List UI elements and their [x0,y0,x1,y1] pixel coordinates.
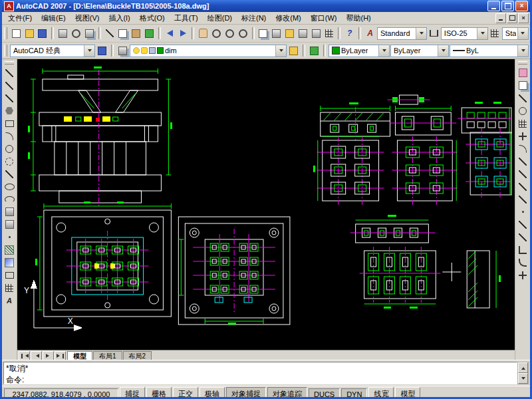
tool-palettes-button[interactable] [283,27,296,40]
layer-previous-button[interactable] [287,45,300,57]
menu-item-format[interactable]: 格式(O) [135,13,170,24]
table-button[interactable] [3,281,16,294]
markup-set-manager-button[interactable] [310,27,323,40]
menu-item-dimension[interactable]: 标注(N) [237,13,271,24]
make-layer-current-button[interactable] [308,45,321,57]
plot-button[interactable] [57,27,69,40]
toolbar-grip[interactable] [4,45,7,57]
lineweight-toggle[interactable]: 线宽 [368,387,394,399]
table-style-combo[interactable]: Standard [502,27,529,40]
properties-button[interactable] [257,27,270,40]
snap-toggle[interactable]: 捕捉 [120,387,145,399]
tab-model[interactable]: 模型 [67,351,92,360]
combo-dropdown-arrow[interactable] [416,28,426,39]
bulb-on-icon[interactable] [133,47,140,54]
tab-last-button[interactable] [55,351,66,360]
table-style-button[interactable] [489,27,501,40]
ducs-toggle[interactable]: DUCS [309,388,340,399]
pan-button[interactable] [197,27,209,40]
tab-layout2[interactable]: 布局2 [123,351,152,360]
point-button[interactable] [3,231,16,243]
model-space-toggle[interactable]: 模型 [395,387,420,399]
mdi-minimize-button[interactable] [495,13,506,23]
publish-button[interactable] [83,27,96,40]
combo-dropdown-arrow[interactable] [517,45,528,57]
paste-button[interactable] [130,27,142,40]
menu-item-modify[interactable]: 修改(M) [271,13,306,24]
mirror-button[interactable] [517,92,529,104]
menu-item-draw[interactable]: 绘图(D) [203,13,237,24]
menu-item-tools[interactable]: 工具(T) [170,13,203,24]
menu-item-edit[interactable]: 编辑(E) [37,13,70,24]
grid-toggle[interactable]: 栅格 [146,387,172,399]
stretch-button[interactable] [517,168,529,180]
array-button[interactable] [517,117,529,130]
rectangle-button[interactable] [3,117,16,130]
unlock-icon[interactable] [149,47,156,54]
zoom-window-button[interactable] [223,27,236,40]
combo-dropdown-arrow[interactable] [84,45,94,57]
quickcalc-button[interactable] [323,27,336,40]
open-button[interactable] [23,27,36,40]
hatch-button[interactable] [3,243,16,256]
combo-dropdown-arrow[interactable] [477,28,487,39]
lineweight-combo[interactable]: ByL [450,45,529,57]
tab-prev-button[interactable] [31,351,42,360]
minimize-button[interactable] [487,1,500,11]
menu-item-window[interactable]: 窗口(W) [306,13,342,24]
drawing-canvas[interactable]: Y X [17,59,515,350]
sun-thaw-icon[interactable] [141,47,148,54]
polar-toggle[interactable]: 极轴 [200,387,225,399]
extend-button[interactable] [517,193,529,205]
join-button[interactable] [517,231,529,243]
fillet-button[interactable] [517,256,529,269]
tab-next-button[interactable] [43,351,54,360]
sheet-set-manager-button[interactable] [297,27,309,40]
scale-button[interactable] [517,155,529,168]
menu-item-view[interactable]: 视图(V) [70,13,104,24]
cut-button[interactable] [104,27,116,40]
text-style-button[interactable] [364,27,376,40]
redo-button[interactable] [177,27,190,40]
dim-style-button[interactable] [428,27,440,40]
spline-button[interactable] [3,168,16,180]
ortho-toggle[interactable]: 正交 [173,387,198,399]
insert-block-button[interactable] [3,205,16,218]
undo-button[interactable] [164,27,176,40]
chamfer-button[interactable] [517,243,529,256]
dyn-toggle[interactable]: DYN [341,388,367,399]
combo-dropdown-arrow[interactable] [378,45,389,57]
toolbar-grip[interactable] [4,27,7,39]
menu-item-file[interactable]: 文件(F) [3,13,37,24]
tab-first-button[interactable] [19,351,30,360]
close-button[interactable] [515,1,528,11]
plot-preview-button[interactable] [70,27,82,40]
dim-style-combo[interactable]: ISO-25 [441,27,488,40]
region-button[interactable] [3,269,16,281]
text-style-combo[interactable]: Standard [377,27,427,40]
make-block-button[interactable] [3,218,16,231]
circle-button[interactable] [3,142,16,155]
rotate-button[interactable] [517,142,529,155]
ellipse-arc-button[interactable] [3,193,16,205]
match-properties-button[interactable] [143,27,156,40]
break-button[interactable] [517,218,529,231]
layer-combo[interactable]: dim [130,45,287,57]
tab-layout1[interactable]: 布局1 [93,351,122,360]
color-combo[interactable]: ByLayer [329,45,390,57]
copy-button[interactable] [517,79,529,92]
help-button[interactable] [343,27,356,40]
save-button[interactable] [37,27,49,40]
move-button[interactable] [517,130,529,142]
otrack-toggle[interactable]: 对象追踪 [267,387,307,399]
combo-dropdown-arrow[interactable] [438,45,448,57]
designcenter-button[interactable] [270,27,283,40]
workspace-combo[interactable]: AutoCAD 经典 [10,45,95,57]
command-scrollbar[interactable] [517,362,529,384]
ellipse-button[interactable] [3,180,16,193]
zoom-realtime-button[interactable] [210,27,223,40]
command-text-area[interactable]: *取消* 命令: [3,362,517,384]
save-workspace-button[interactable] [96,45,108,57]
new-button[interactable] [10,27,23,40]
arc-button[interactable] [3,130,16,142]
